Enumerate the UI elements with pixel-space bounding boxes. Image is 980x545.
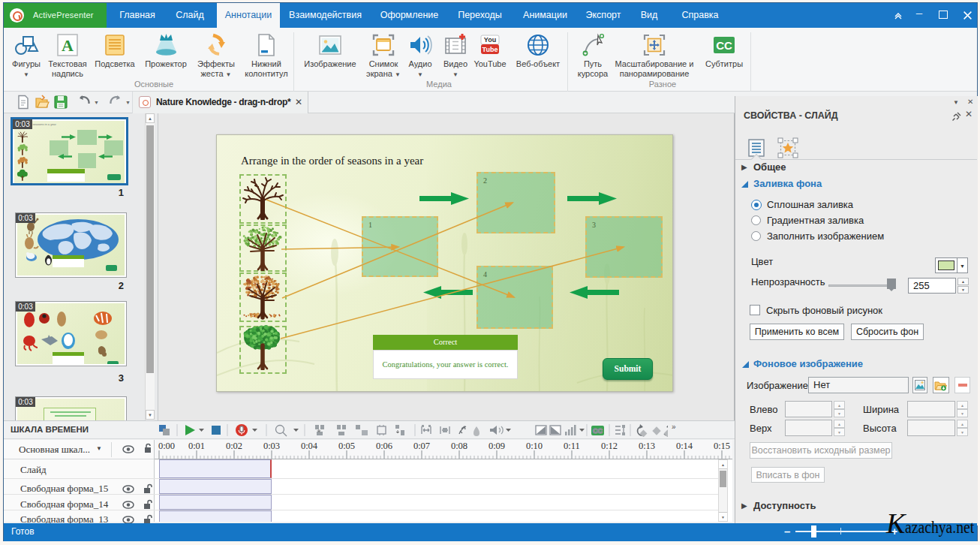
svg-text:0:10: 0:10 [526,441,543,451]
svg-text:0:08: 0:08 [451,441,467,451]
svg-text:0:06: 0:06 [376,441,392,451]
svg-text:0:15: 0:15 [714,441,730,451]
svg-text:0:04: 0:04 [301,441,318,451]
svg-text:0:13: 0:13 [639,441,655,451]
svg-text:0:14: 0:14 [676,441,693,451]
svg-text:0:00: 0:00 [158,441,175,451]
svg-text:0:11: 0:11 [564,441,580,451]
svg-text:CC: CC [716,39,732,52]
svg-text:0:07: 0:07 [413,441,430,451]
svg-text:Tube: Tube [482,46,498,53]
svg-text:0:02: 0:02 [226,441,242,451]
svg-text:0:05: 0:05 [338,441,355,451]
svg-text:You: You [484,36,496,44]
svg-text:0:09: 0:09 [488,441,505,451]
svg-text:A: A [62,36,74,55]
svg-text:0:03: 0:03 [263,441,280,451]
svg-text:0:12: 0:12 [601,441,618,451]
svg-text:0:01: 0:01 [188,441,205,451]
svg-text:CC: CC [593,427,603,435]
